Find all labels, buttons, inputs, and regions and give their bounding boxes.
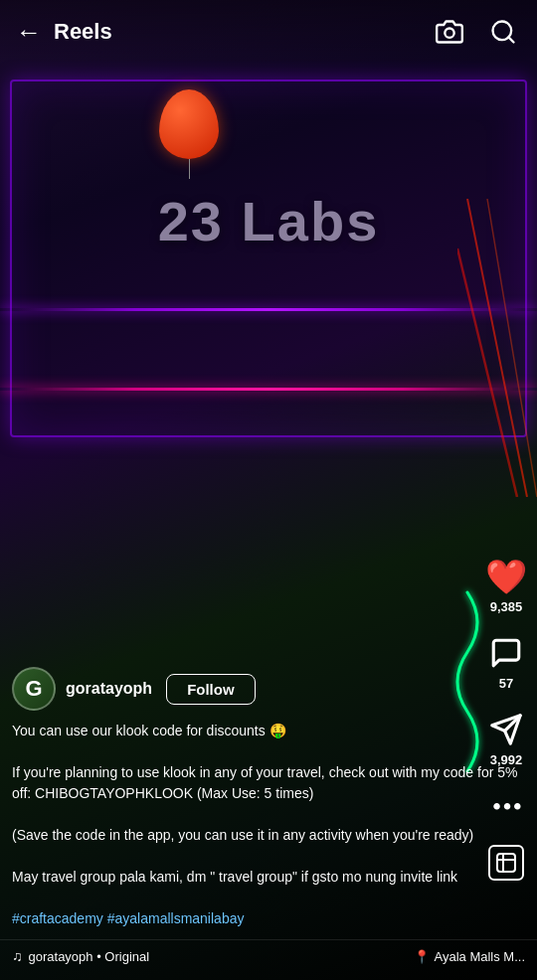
like-count: 9,385 [490, 599, 523, 614]
right-action-bar: ❤️ 9,385 57 3,992 ••• [487, 558, 525, 881]
comment-action: 57 [487, 634, 525, 691]
video-title-overlay: 23 Labs [0, 189, 537, 253]
caption-line1: You can use our klook code for discounts… [12, 723, 286, 738]
comment-count: 57 [499, 676, 513, 691]
caption-line2: If you're planning to use klook in any o… [12, 764, 518, 801]
audio-label: goratayoph • Original [29, 949, 150, 964]
search-icon [489, 18, 517, 46]
music-note-icon: ♫ [12, 948, 23, 964]
back-button[interactable]: ← [16, 17, 42, 48]
svg-line-5 [508, 37, 513, 42]
search-button[interactable] [485, 14, 521, 50]
reels-profile-button[interactable] [488, 845, 524, 881]
share-icon [489, 713, 523, 746]
comment-button[interactable] [487, 634, 525, 672]
svg-rect-8 [497, 854, 515, 872]
reels-profile-action [488, 845, 524, 881]
bottom-content: G goratayoph Follow You can use our kloo… [0, 667, 537, 980]
balloon-decoration [159, 89, 219, 159]
more-icon: ••• [490, 792, 521, 820]
camera-icon [436, 18, 463, 46]
top-bar-right [432, 14, 521, 50]
share-count: 3,992 [490, 752, 523, 767]
reels-profile-icon [495, 852, 517, 874]
video-title: 23 Labs [0, 189, 537, 253]
share-action: 3,992 [487, 711, 525, 767]
more-action: ••• [487, 787, 525, 825]
location-info[interactable]: 📍 Ayala Malls M... [414, 949, 525, 964]
follow-button[interactable]: Follow [166, 674, 256, 705]
caption-area: You can use our klook code for discounts… [0, 721, 537, 929]
like-action: ❤️ 9,385 [487, 558, 525, 614]
caption-text: You can use our klook code for discounts… [12, 721, 525, 929]
comment-icon [489, 636, 523, 670]
camera-button[interactable] [432, 14, 467, 50]
top-navigation-bar: ← Reels [0, 0, 537, 64]
top-bar-left: ← Reels [16, 17, 112, 48]
caption-line3: (Save the code in the app, you can use i… [12, 827, 473, 843]
avatar[interactable]: G [12, 667, 56, 711]
more-button[interactable]: ••• [487, 787, 525, 825]
neon-decorations [0, 60, 537, 457]
heart-icon: ❤️ [485, 557, 527, 596]
bottom-bar: ♫ goratayoph • Original 📍 Ayala Malls M.… [0, 939, 537, 968]
location-label: Ayala Malls M... [434, 949, 525, 964]
avatar-letter: G [25, 676, 42, 702]
location-pin-icon: 📍 [414, 949, 430, 964]
svg-point-3 [445, 29, 453, 38]
back-arrow-icon: ← [16, 17, 42, 48]
page-title: Reels [54, 19, 112, 45]
audio-info[interactable]: ♫ goratayoph • Original [12, 948, 149, 964]
username-label[interactable]: goratayoph [66, 680, 152, 698]
user-info-row: G goratayoph Follow [0, 667, 537, 711]
like-button[interactable]: ❤️ [487, 558, 525, 595]
svg-line-2 [457, 248, 517, 497]
caption-line4: May travel group pala kami, dm " travel … [12, 869, 457, 885]
caption-hashtags[interactable]: #craftacademy #ayalamallsmanilabay [12, 910, 244, 926]
share-button[interactable] [487, 711, 525, 748]
